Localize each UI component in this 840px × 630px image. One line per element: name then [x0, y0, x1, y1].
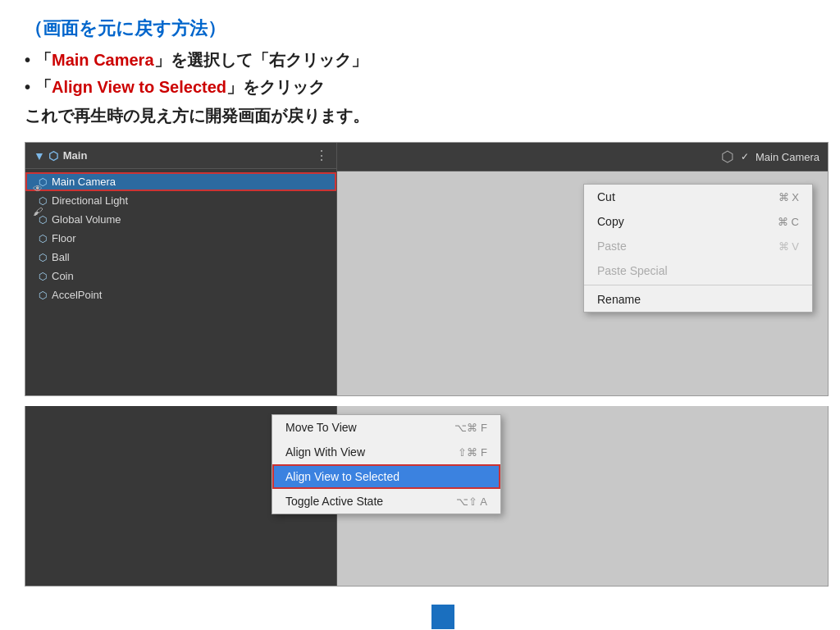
paste-label: Paste [597, 240, 627, 253]
paste-special-label: Paste Special [597, 264, 668, 277]
bottom-right-area: Move To View ⌥⌘ F Align With View ⇧⌘ F A… [337, 406, 828, 586]
context-menu-cut[interactable]: Cut ⌘ X [584, 185, 812, 209]
hierarchy-title: ▼ ⬡ Main [34, 149, 87, 162]
hierarchy-items: ⬡ Main Camera ⬡ Directional Light ⬡ Glob… [25, 169, 336, 308]
context-menu-move-to-view[interactable]: Move To View ⌥⌘ F [272, 415, 500, 440]
context-menu-copy[interactable]: Copy ⌘ C [584, 209, 812, 234]
toggle-active-label: Toggle Active State [285, 495, 383, 508]
paste-shortcut: ⌘ V [778, 240, 799, 253]
hierarchy-item-label: Directional Light [52, 194, 128, 207]
instructions-block: （画面を元に戻す方法） • 「Main Camera」を選択して「右クリック」 … [25, 16, 815, 127]
checkbox-icon[interactable]: ✓ [741, 151, 749, 162]
hierarchy-item-label: Coin [52, 270, 74, 282]
item-icon-accel: ⬡ [39, 290, 47, 301]
context-menu-toggle-active[interactable]: Toggle Active State ⌥⇧ A [272, 489, 500, 514]
context-menu-align-with-view[interactable]: Align With View ⇧⌘ F [272, 440, 500, 464]
hierarchy-item-global-volume[interactable]: ⬡ Global Volume [25, 210, 336, 229]
context-menu-top: Cut ⌘ X Copy ⌘ C Paste ⌘ V Paste Special… [583, 184, 813, 313]
main-camera-highlight: Main Camera [52, 51, 154, 69]
bullet-1: • 「Main Camera」を選択して「右クリック」 [25, 49, 815, 71]
hier-left-icons: 👁 🖌 [30, 177, 45, 223]
item-icon-coin: ⬡ [39, 271, 47, 282]
bullet-2: • 「Align View to Selected」をクリック [25, 76, 815, 98]
top-panel: ▼ ⬡ Main ⋮ 👁 🖌 ⬡ Main Camera ⬡ Direction… [25, 142, 829, 396]
instruction-summary: これで再生時の見え方に開発画面が戻ります。 [25, 105, 815, 127]
camera-label: Main Camera [756, 151, 819, 163]
copy-shortcut: ⌘ C [778, 216, 799, 228]
align-with-view-shortcut: ⇧⌘ F [458, 446, 487, 459]
item-icon-ball: ⬡ [39, 252, 47, 263]
context-menu-separator-1 [584, 285, 812, 285]
cut-label: Cut [597, 190, 615, 203]
context-menu-bottom: Move To View ⌥⌘ F Align With View ⇧⌘ F A… [272, 414, 501, 514]
hierarchy-item-label: Ball [52, 251, 70, 263]
rename-label: Rename [597, 293, 641, 306]
cut-shortcut: ⌘ X [778, 191, 799, 203]
context-menu-align-view-to-selected[interactable]: Align View to Selected [272, 464, 500, 489]
hierarchy-menu-dots[interactable]: ⋮ [315, 148, 328, 163]
eye-icon[interactable]: 👁 [30, 177, 45, 200]
align-view-highlight: Align View to Selected [52, 78, 226, 96]
hierarchy-panel: ▼ ⬡ Main ⋮ 👁 🖌 ⬡ Main Camera ⬡ Direction… [25, 143, 337, 395]
scene-cube-icon: ⬡ [721, 148, 734, 166]
context-menu-paste: Paste ⌘ V [584, 234, 812, 258]
arrow-shaft [431, 605, 454, 629]
align-with-view-label: Align With View [285, 445, 365, 459]
unity-container: ▼ ⬡ Main ⋮ 👁 🖌 ⬡ Main Camera ⬡ Direction… [25, 142, 829, 587]
copy-label: Copy [597, 215, 624, 228]
item-icon-floor: ⬡ [39, 233, 47, 244]
hierarchy-item-label: Global Volume [52, 213, 121, 226]
hierarchy-item-accelpoint[interactable]: ⬡ AccelPoint [25, 285, 336, 304]
move-to-view-shortcut: ⌥⌘ F [454, 422, 487, 434]
instruction-title: （画面を元に戻す方法） [25, 16, 815, 41]
top-right-area: ⬡ ✓ Main Camera Cut ⌘ X Copy ⌘ C Paste ⌘… [337, 143, 828, 395]
bottom-panel: Move To View ⌥⌘ F Align With View ⇧⌘ F A… [25, 406, 829, 587]
hierarchy-item-label: Floor [52, 232, 76, 244]
paint-icon[interactable]: 🖌 [30, 200, 45, 223]
hierarchy-header: ▼ ⬡ Main ⋮ [25, 143, 336, 169]
context-menu-rename[interactable]: Rename [584, 287, 812, 312]
hierarchy-item-directional-light[interactable]: ⬡ Directional Light [25, 191, 336, 210]
hierarchy-item-label: AccelPoint [52, 289, 102, 301]
hierarchy-item-ball[interactable]: ⬡ Ball [25, 248, 336, 267]
hierarchy-item-label: Main Camera [52, 176, 116, 188]
hierarchy-cube-icon: ▼ ⬡ [34, 149, 58, 162]
align-view-to-selected-label: Align View to Selected [285, 470, 399, 483]
hierarchy-item-main-camera[interactable]: ⬡ Main Camera [25, 172, 336, 191]
hierarchy-title-text: Main [63, 149, 88, 162]
toggle-active-shortcut: ⌥⇧ A [456, 495, 487, 508]
move-to-view-label: Move To View [285, 421, 357, 434]
hierarchy-item-coin[interactable]: ⬡ Coin [25, 267, 336, 285]
hierarchy-item-floor[interactable]: ⬡ Floor [25, 229, 336, 248]
top-right-bar: ⬡ ✓ Main Camera [337, 143, 828, 171]
context-menu-paste-special: Paste Special [584, 258, 812, 283]
